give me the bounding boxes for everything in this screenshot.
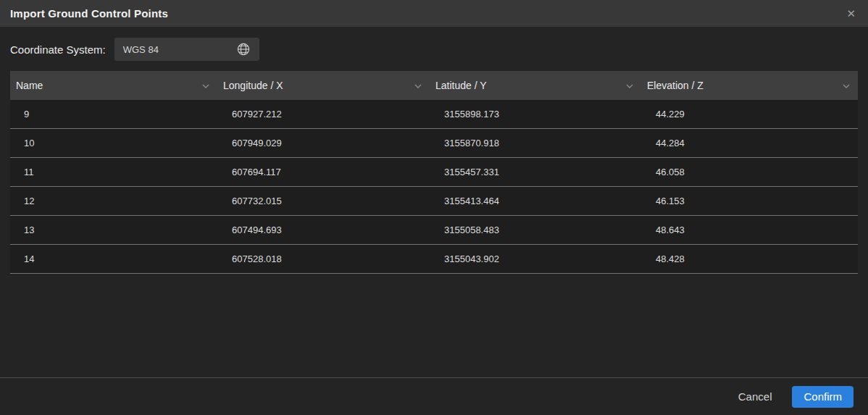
cell-elevation: 48.643	[641, 225, 858, 235]
table-body: 9 607927.212 3155898.173 44.229 10 60794…	[10, 100, 858, 274]
cell-elevation: 48.428	[641, 253, 858, 264]
coordinate-system-row: Coordinate System: WGS 84	[10, 38, 858, 61]
table-row[interactable]: 13 607494.693 3155058.483 48.643	[10, 216, 858, 245]
cell-name: 12	[10, 196, 217, 206]
table-row[interactable]: 11 607694.117 3155457.331 46.058	[10, 158, 858, 187]
cell-longitude: 607528.018	[217, 253, 430, 264]
cell-latitude: 3155413.464	[430, 196, 641, 206]
cell-latitude: 3155058.483	[430, 225, 641, 235]
table-row[interactable]: 14 607528.018 3155043.902 48.428	[10, 245, 858, 274]
chevron-down-icon[interactable]	[201, 79, 210, 92]
close-icon[interactable]: ✕	[846, 8, 856, 19]
cell-longitude: 607927.212	[217, 109, 430, 120]
dialog-title: Import Ground Control Points	[10, 7, 168, 20]
chevron-down-icon[interactable]	[625, 79, 634, 92]
import-gcp-dialog: Import Ground Control Points ✕ Coordinat…	[0, 0, 868, 415]
cell-longitude: 607694.117	[217, 167, 430, 177]
cell-name: 14	[10, 253, 217, 264]
coordinate-system-input[interactable]: WGS 84	[114, 38, 259, 61]
column-header-name[interactable]: Name	[10, 71, 217, 100]
table-row[interactable]: 12 607732.015 3155413.464 46.153	[10, 187, 858, 216]
cell-latitude: 3155898.173	[430, 109, 641, 120]
chevron-down-icon[interactable]	[842, 79, 851, 92]
dialog-footer: Cancel Confirm	[0, 377, 868, 415]
column-header-label: Name	[16, 80, 43, 91]
cell-longitude: 607732.015	[217, 196, 430, 206]
table-header-row: Name Longitude / X Latitude / Y Elevatio…	[10, 71, 858, 100]
globe-icon[interactable]	[236, 42, 251, 56]
cell-elevation: 44.229	[641, 109, 858, 120]
coordinate-system-label: Coordinate System:	[10, 43, 106, 56]
cell-name: 9	[10, 109, 217, 120]
dialog-titlebar: Import Ground Control Points ✕	[0, 0, 868, 27]
table-row[interactable]: 9 607927.212 3155898.173 44.229	[10, 100, 858, 129]
cell-elevation: 46.058	[641, 167, 858, 177]
cell-latitude: 3155457.331	[430, 167, 641, 177]
cell-elevation: 44.284	[641, 138, 858, 148]
cell-latitude: 3155870.918	[430, 138, 641, 148]
empty-area	[0, 274, 868, 377]
column-header-label: Longitude / X	[223, 80, 283, 91]
gcp-table: Name Longitude / X Latitude / Y Elevatio…	[10, 71, 858, 274]
cell-name: 13	[10, 225, 217, 235]
cell-elevation: 46.153	[641, 196, 858, 206]
table-row[interactable]: 10 607949.029 3155870.918 44.284	[10, 129, 858, 158]
column-header-longitude[interactable]: Longitude / X	[217, 71, 430, 100]
cell-latitude: 3155043.902	[430, 253, 641, 264]
cancel-button[interactable]: Cancel	[738, 390, 772, 403]
cell-name: 10	[10, 138, 217, 148]
cell-longitude: 607494.693	[217, 225, 430, 235]
coordinate-system-value: WGS 84	[123, 44, 159, 55]
confirm-button[interactable]: Confirm	[792, 386, 854, 408]
cell-longitude: 607949.029	[217, 138, 430, 148]
column-header-label: Elevation / Z	[647, 80, 704, 91]
cell-name: 11	[10, 167, 217, 177]
chevron-down-icon[interactable]	[414, 79, 422, 92]
column-header-latitude[interactable]: Latitude / Y	[430, 71, 641, 100]
column-header-label: Latitude / Y	[435, 80, 487, 91]
column-header-elevation[interactable]: Elevation / Z	[641, 71, 858, 100]
